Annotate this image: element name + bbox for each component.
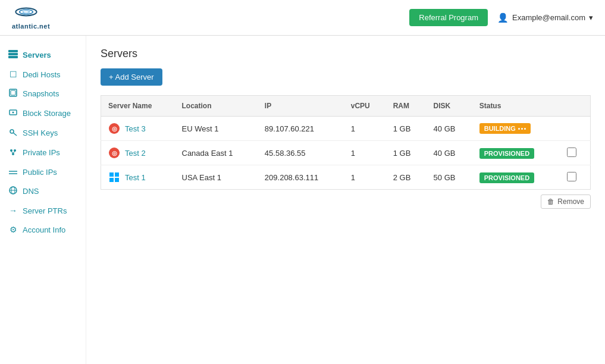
server-table: Server Name Location IP vCPU RAM DISK St… [101, 95, 591, 190]
server-name-link[interactable]: ◎ Test 3 [108, 123, 168, 134]
sidebar-item-block-storage[interactable]: Block Storage [0, 103, 86, 123]
linux-icon: ◎ [108, 123, 120, 134]
table-row: ◎ Test 3 EU West 1 89.107.60.221 1 1 GB … [101, 117, 591, 141]
table-row: Test 1 USA East 1 209.208.63.111 1 2 GB … [101, 165, 591, 190]
table-body: ◎ Test 3 EU West 1 89.107.60.221 1 1 GB … [101, 117, 591, 190]
user-email: Example@email.com [512, 13, 585, 22]
svg-line-11 [14, 133, 17, 136]
col-ip: IP [258, 96, 344, 117]
svg-point-13 [14, 149, 16, 152]
table-row: ◎ Test 2 Canada East 1 45.58.36.55 1 1 G… [101, 141, 591, 165]
col-checkbox [560, 96, 590, 117]
sidebar-label-server-ptrs: Server PTRs [23, 206, 67, 215]
sidebar-item-dedi-hosts[interactable]: ☐ Dedi Hosts [0, 65, 86, 84]
svg-rect-26 [109, 172, 114, 177]
cell-disk: 40 GB [427, 141, 472, 165]
sidebar-label-dns: DNS [23, 187, 39, 196]
row-select-checkbox[interactable] [567, 172, 576, 181]
header: atlantic.net Referral Program 👤 Example@… [0, 0, 605, 36]
row-checkbox-cell [560, 165, 590, 190]
server-name-link[interactable]: Test 1 [108, 171, 168, 183]
sidebar-item-ssh-keys[interactable]: SSH Keys [0, 123, 86, 143]
sidebar-item-public-ips[interactable]: Public IPs [0, 162, 86, 181]
cell-server-name: ◎ Test 3 [101, 117, 175, 141]
logo: atlantic.net [12, 6, 50, 30]
col-server-name: Server Name [101, 96, 175, 117]
cell-ip: 45.58.36.55 [258, 141, 344, 165]
svg-text:◎: ◎ [112, 150, 117, 156]
status-badge-provisioned: PROVISIONED [479, 172, 534, 183]
server-name-link[interactable]: ◎ Test 2 [108, 147, 168, 159]
block-storage-icon [8, 108, 18, 118]
public-ips-icon [8, 167, 18, 177]
cell-location: Canada East 1 [175, 141, 258, 165]
cell-ram: 1 GB [386, 141, 427, 165]
sidebar-label-private-ips: Private IPs [23, 148, 60, 157]
col-vcpu: vCPU [344, 96, 386, 117]
table-header: Server Name Location IP vCPU RAM DISK St… [101, 96, 591, 117]
sidebar-item-dns[interactable]: DNS [0, 181, 86, 201]
sidebar-label-block-storage: Block Storage [23, 109, 71, 118]
sidebar-item-account-info[interactable]: ⚙ Account Info [0, 220, 86, 239]
remove-button[interactable]: 🗑 Remove [541, 194, 591, 209]
svg-rect-7 [11, 90, 15, 95]
windows-icon [108, 171, 120, 183]
remove-area: 🗑 Remove [101, 194, 591, 209]
sidebar-item-servers[interactable]: Servers [0, 45, 86, 65]
server-ptrs-icon: → [8, 206, 18, 215]
sidebar-label-servers: Servers [23, 51, 51, 59]
snapshots-icon [8, 89, 18, 99]
logo-swirl-icon [12, 6, 40, 23]
svg-rect-28 [109, 178, 114, 182]
server-name-text: Test 3 [125, 124, 146, 133]
svg-point-9 [12, 112, 14, 114]
sidebar-label-ssh-keys: SSH Keys [23, 128, 58, 137]
add-server-button[interactable]: + Add Server [101, 68, 162, 86]
cell-ram: 2 GB [386, 165, 427, 190]
private-ips-icon [8, 148, 18, 158]
cell-status: PROVISIONED [472, 141, 560, 165]
sidebar: Servers ☐ Dedi Hosts Snapshots Block Sto… [0, 36, 86, 364]
referral-program-button[interactable]: Referral Program [409, 9, 488, 26]
status-badge-provisioned: PROVISIONED [479, 148, 534, 159]
cell-disk: 50 GB [427, 165, 472, 190]
svg-line-15 [11, 152, 13, 153]
cell-status: BUILDING [472, 117, 560, 141]
cell-server-name: ◎ Test 2 [101, 141, 175, 165]
row-checkbox-cell [560, 117, 590, 141]
cell-ip: 209.208.63.111 [258, 165, 344, 190]
main-content: Servers + Add Server Server Name Locatio… [86, 36, 605, 364]
col-ram: RAM [386, 96, 427, 117]
sidebar-label-account-info: Account Info [23, 225, 65, 234]
sidebar-item-server-ptrs[interactable]: → Server PTRs [0, 201, 86, 220]
user-menu[interactable]: 👤 Example@email.com ▾ [497, 12, 593, 23]
svg-point-2 [23, 11, 29, 13]
cell-location: USA East 1 [175, 165, 258, 190]
logo-text: atlantic.net [12, 23, 50, 30]
cell-vcpu: 1 [344, 165, 386, 190]
row-select-checkbox[interactable] [567, 148, 576, 157]
remove-label: Remove [557, 197, 584, 206]
trash-icon: 🗑 [547, 197, 554, 206]
sidebar-item-private-ips[interactable]: Private IPs [0, 143, 86, 162]
svg-rect-5 [8, 56, 18, 58]
col-status: Status [472, 96, 560, 117]
cell-vcpu: 1 [344, 141, 386, 165]
sidebar-item-snapshots[interactable]: Snapshots [0, 84, 86, 103]
sidebar-label-dedi-hosts: Dedi Hosts [23, 70, 61, 79]
svg-rect-29 [115, 178, 119, 182]
svg-point-10 [10, 130, 14, 133]
sidebar-label-public-ips: Public IPs [23, 168, 57, 177]
server-name-text: Test 1 [125, 173, 146, 182]
svg-point-12 [10, 149, 12, 152]
page-title: Servers [101, 48, 591, 60]
svg-rect-3 [8, 50, 18, 52]
layout: Servers ☐ Dedi Hosts Snapshots Block Sto… [0, 36, 605, 364]
svg-rect-4 [8, 53, 18, 55]
cell-ram: 1 GB [386, 117, 427, 141]
svg-text:◎: ◎ [112, 125, 117, 132]
cell-disk: 40 GB [427, 117, 472, 141]
building-dots [518, 128, 526, 130]
svg-line-16 [13, 152, 15, 153]
cell-status: PROVISIONED [472, 165, 560, 190]
